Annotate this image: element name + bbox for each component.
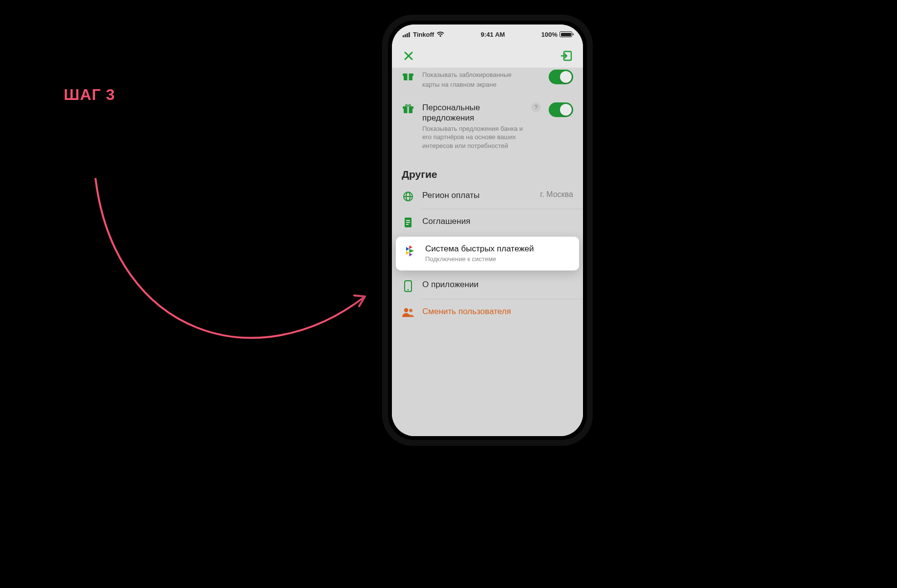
gift-icon — [402, 102, 414, 114]
status-right: 100% — [541, 31, 572, 38]
personal-offers-title: Персональные предложения — [422, 102, 523, 123]
globe-icon — [402, 190, 414, 202]
about-row[interactable]: О приложении — [392, 272, 583, 299]
phone-screen: Tinkoff 9:41 AM 100% — [392, 24, 583, 436]
agreements-row[interactable]: Соглашения — [392, 209, 583, 235]
settings-content: Показывать заблокированные карты на глав… — [392, 68, 583, 436]
agreements-label: Соглашения — [422, 216, 573, 226]
change-user-row[interactable]: Сменить пользователя — [392, 299, 583, 324]
carrier-label: Tinkoff — [413, 31, 434, 38]
clock: 9:41 AM — [481, 31, 505, 38]
step-heading: ШАГ 3 — [64, 86, 115, 104]
close-button[interactable] — [401, 48, 416, 64]
document-icon — [402, 216, 414, 228]
status-bar: Tinkoff 9:41 AM 100% — [392, 24, 583, 44]
blocked-cards-row[interactable]: Показывать заблокированные карты на глав… — [392, 68, 583, 96]
status-left: Tinkoff — [403, 31, 444, 38]
close-icon — [404, 51, 413, 61]
users-icon — [402, 306, 414, 317]
pointer-arrow — [86, 174, 375, 390]
svg-point-24 — [408, 289, 409, 291]
svg-rect-17 — [406, 224, 409, 225]
battery-icon — [559, 31, 572, 37]
nav-bar — [392, 44, 583, 68]
svg-rect-7 — [408, 74, 409, 80]
svg-rect-1 — [405, 34, 406, 37]
svg-point-25 — [404, 308, 408, 312]
svg-rect-2 — [407, 33, 408, 37]
blocked-cards-title: Показывать заблокированные — [422, 71, 541, 79]
svg-rect-15 — [406, 220, 410, 221]
svg-marker-20 — [409, 249, 414, 253]
signal-icon — [403, 32, 411, 37]
sbp-row[interactable]: Система быстрых платежей Подключение к с… — [396, 237, 579, 270]
exit-button[interactable] — [558, 48, 574, 64]
blocked-cards-sub: карты на главном экране — [422, 80, 541, 89]
svg-rect-0 — [403, 35, 404, 37]
personal-offers-sub: Показывать предложения банка и его партн… — [422, 124, 523, 150]
battery-percent: 100% — [541, 31, 558, 38]
svg-rect-16 — [406, 222, 410, 223]
help-button[interactable]: ? — [531, 102, 541, 112]
svg-marker-19 — [406, 251, 410, 255]
section-other: Другие — [392, 157, 583, 183]
svg-marker-18 — [406, 247, 410, 251]
exit-icon — [560, 50, 572, 61]
region-value: г. Москва — [540, 190, 573, 199]
svg-point-26 — [409, 309, 412, 312]
phone-icon — [402, 279, 414, 292]
blocked-cards-toggle[interactable] — [549, 70, 573, 84]
sbp-label: Система быстрых платежей — [425, 244, 572, 254]
about-label: О приложении — [422, 279, 573, 290]
sbp-sub: Подключение к системе — [425, 255, 572, 264]
change-user-label: Сменить пользователя — [422, 306, 573, 317]
personal-offers-toggle[interactable] — [549, 102, 573, 117]
region-row[interactable]: Регион оплаты г. Москва — [392, 183, 583, 209]
phone-frame: Tinkoff 9:41 AM 100% — [382, 15, 593, 446]
svg-marker-21 — [409, 245, 412, 249]
phone-bezel: Tinkoff 9:41 AM 100% — [388, 21, 587, 440]
wifi-icon — [436, 31, 444, 37]
region-label: Регион оплаты — [422, 190, 533, 200]
svg-rect-10 — [408, 106, 409, 113]
gift-icon — [402, 70, 414, 81]
personal-offers-row[interactable]: Персональные предложения Показывать пред… — [392, 96, 583, 157]
sbp-icon — [403, 244, 417, 257]
svg-rect-3 — [409, 32, 410, 37]
svg-marker-22 — [409, 253, 412, 256]
